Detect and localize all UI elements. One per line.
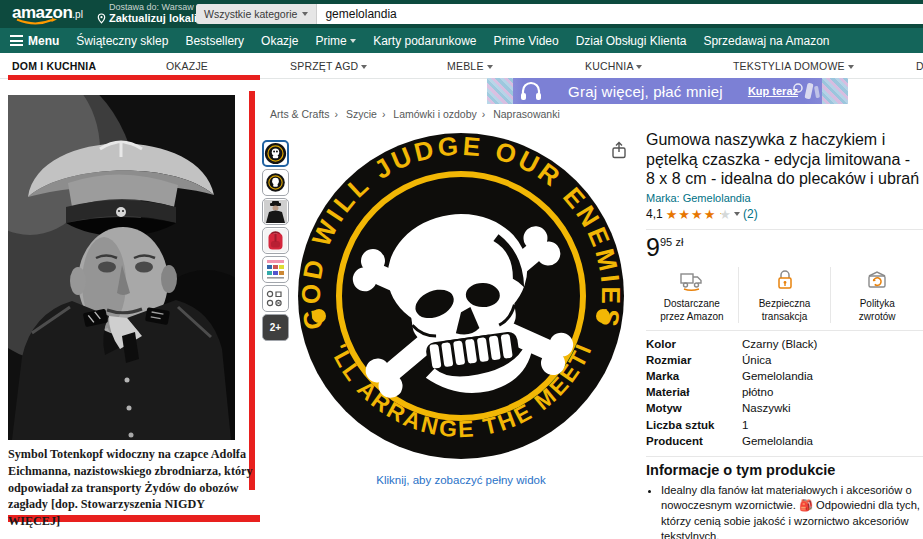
badge-label-line1: Polityka [835,297,919,310]
badge-label-line2: przez Amazon [650,310,734,323]
chevron-down-icon [734,212,740,216]
spec-row-material: Materiałpłótno [646,384,923,400]
spec-row-producent: ProducentGemelolandia [646,433,923,449]
thumbnail-size-chart[interactable] [262,256,289,283]
image-thumbnail-column: 2+ [262,140,289,341]
breadcrumb-item[interactable]: Szycie [346,108,390,120]
thumbnail-care-instructions[interactable] [262,285,289,312]
amazon-smile-icon [15,18,61,27]
nav-item-prime[interactable]: Prime [315,34,356,48]
review-count-link[interactable]: (2) [743,207,758,221]
amazon-product-page: amazon.pl Dostawa do: Warsaw 00692 Zaktu… [0,0,923,539]
star-partial-icon: ★★ [719,207,731,222]
badge-label-line2: transakcja [743,310,827,323]
banner-cta-link[interactable]: Kup teraz [748,85,798,97]
headphones-icon [519,81,543,101]
badge-label-line1: Dostarczane [650,297,734,310]
chevron-down-icon [361,65,367,69]
lock-icon [774,268,796,292]
price: 995 zł [646,235,923,259]
ad-banner[interactable]: Graj więcej, płać mniej Kup teraz [487,78,848,104]
chevron-down-icon [487,65,493,69]
badge-secure-transaction[interactable]: Bezpieczna transakcja [738,267,831,323]
amazon-logo-tld: .pl [72,9,83,20]
search-category-label: Wszystkie kategorie [204,8,297,20]
divider [646,456,923,457]
product-title: Gumowa naszywka z haczykiem i pętelką cz… [646,130,923,189]
thumbnail-red-backpack[interactable] [262,227,289,254]
category-truncated[interactable]: D [916,60,923,72]
nav-item-obsluga-klienta[interactable]: Dział Obsługi Klienta [576,34,687,48]
eichmann-photo [8,95,235,440]
hamburger-icon [10,33,23,49]
badge-label-line1: Bezpieczna [743,297,827,310]
about-product-heading: Informacje o tym produkcie [646,462,923,478]
return-box-icon [865,268,889,292]
category-dom-i-kuchnia[interactable]: DOM I KUCHNIA [12,60,96,72]
spec-row-marka: MarkaGemelolandia [646,368,923,384]
price-fraction: 95 [660,236,672,248]
amazon-logo[interactable]: amazon.pl [12,3,83,23]
nav-item-karty-podarunkowe[interactable]: Karty podarunkowe [373,34,476,48]
search-input[interactable] [317,4,923,24]
category-sprzet-agd[interactable]: SPRZĘT AGD [290,60,367,72]
divider [646,330,923,331]
chevron-down-icon [350,39,356,43]
thumbnail-patch-2[interactable] [262,169,289,196]
product-image-skull-patch[interactable]: GOD WILL JUDGE OUR ENEMIES WE'LL ARRANGE… [296,131,626,461]
thumbnail-person-wearing-patch[interactable] [262,198,289,225]
gaming-accessories-icon [792,80,822,102]
search-category-dropdown[interactable]: Wszystkie kategorie [196,4,317,24]
chevron-down-icon [302,12,308,16]
menu-button[interactable]: Menu [10,33,59,49]
breadcrumb-item[interactable]: Naprasowanki [493,108,560,120]
product-details-column: Gumowa naszywka z haczykiem i pętelką cz… [646,130,923,539]
breadcrumb-item[interactable]: Lamówki i ozdoby [393,108,490,120]
nav-item-prime-video[interactable]: Prime Video [494,34,559,48]
breadcrumb-item[interactable]: Arts & Crafts [270,108,343,120]
price-whole: 9 [646,233,660,261]
star-icons: ★★★★ [666,207,717,222]
photo-caption: Symbol Totenkopf widoczny na czapce Adol… [8,446,254,530]
badge-label-line2: zwrotów [835,310,919,323]
nav-item-okazje[interactable]: Okazje [261,34,298,48]
banner-headline: Graj więcej, płać mniej [543,83,748,100]
brand-link[interactable]: Marka: Gemelolandia [646,192,923,204]
rating-value: 4,1 [646,207,663,221]
share-icon[interactable] [610,141,628,160]
nav-item-sprzedawaj[interactable]: Sprzedawaj na Amazon [703,34,829,48]
spec-table: KolorCzarny (Black) RozmiarÚnica MarkaGe… [646,336,923,449]
rating-row[interactable]: 4,1 ★★★★★★ (2) [646,207,923,222]
nav-item-bestsellery[interactable]: Bestsellery [185,34,244,48]
truck-icon [679,268,705,292]
chevron-down-icon [848,65,854,69]
red-annotation-bar-top [8,75,260,80]
spec-row-motyw: MotywNaszywki [646,400,923,416]
main-nav-bar: Menu Świąteczny sklep Bestsellery Okazje… [0,28,923,53]
badge-return-policy[interactable]: Polityka zwrotów [830,267,923,323]
menu-label: Menu [28,34,59,48]
category-meble[interactable]: MEBLE [447,60,493,72]
price-currency: zł [676,236,684,248]
spec-row-kolor: KolorCzarny (Black) [646,336,923,352]
chevron-down-icon [636,65,642,69]
trust-badges: Dostarczane przez Amazon Bezpieczna tran… [646,267,923,323]
product-bullet-list: Idealny dla fanów łat materiałowych i ak… [646,483,923,539]
red-annotation-bar-side [249,91,255,490]
location-pin-icon [97,13,106,24]
thumbnail-patch-selected[interactable] [262,140,289,167]
banner-decor-right [822,78,848,104]
view-full-image-link[interactable]: Kliknij, aby zobaczyć pełny widok [296,474,626,486]
search-bar: Wszystkie kategorie [196,4,923,24]
nav-item-swiateczny-sklep[interactable]: Świąteczny sklep [76,34,168,48]
spec-row-liczba-sztuk: Liczba sztuk1 [646,417,923,433]
more-images-button[interactable]: 2+ [262,314,289,341]
banner-decor-left [487,78,513,104]
category-okazje[interactable]: OKAZJE [166,60,208,72]
product-bullet: Idealny dla fanów łat materiałowych i ak… [661,483,923,539]
category-kuchnia[interactable]: KUCHNIA [585,60,642,72]
top-header-bar: amazon.pl Dostawa do: Warsaw 00692 Zaktu… [0,0,923,28]
badge-delivered-by-amazon[interactable]: Dostarczane przez Amazon [646,267,738,323]
category-tekstylia-domowe[interactable]: TEKSTYLIA DOMOWE [733,60,854,72]
spec-row-rozmiar: RozmiarÚnica [646,352,923,368]
